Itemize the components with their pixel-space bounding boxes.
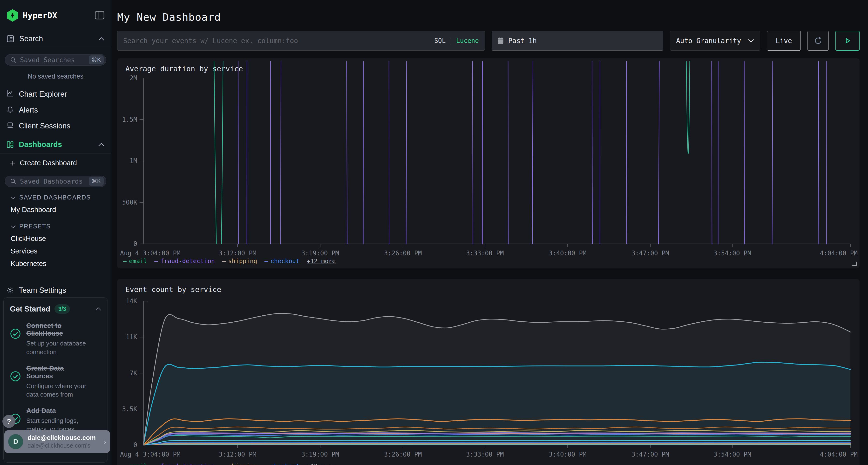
sidebar-item-my-dashboard[interactable]: My Dashboard (0, 203, 111, 216)
legend-item-checkout[interactable]: —checkout (265, 258, 300, 265)
legend-dash-icon: — (265, 463, 268, 465)
lucene-toggle[interactable]: Lucene (456, 37, 479, 44)
svg-text:14K: 14K (126, 298, 137, 305)
legend-label: email (129, 258, 147, 265)
sidebar-item-team-settings[interactable]: Team Settings (0, 283, 111, 297)
sidebar-collapse-icon[interactable] (95, 11, 104, 20)
granularity-value: Auto Granularity (676, 37, 741, 45)
sidebar-item-services[interactable]: Services (0, 245, 111, 257)
avatar: D (8, 434, 23, 449)
play-icon (844, 37, 851, 44)
saved-dashboards-group-label: SAVED DASHBOARDS (19, 194, 91, 201)
user-menu[interactable]: D dale@clickhouse.com dale@clickhouse.co… (4, 430, 110, 453)
legend-item-email[interactable]: —email (123, 258, 147, 265)
granularity-select[interactable]: Auto Granularity (670, 31, 760, 51)
saved-dashboards-group-header[interactable]: SAVED DASHBOARDS (0, 191, 111, 203)
sidebar-item-chart-explorer[interactable]: Chart Explorer (0, 87, 111, 102)
legend-dash-icon: — (154, 463, 158, 465)
chevron-up-icon (95, 307, 101, 311)
get-started-item-title: Connect to ClickHouse (26, 322, 87, 337)
get-started-item-subtitle: Configure where your data comes from (26, 382, 89, 399)
get-started-item-subtitle: Set up your database connection (26, 339, 89, 356)
legend-label: email (129, 463, 147, 465)
brand[interactable]: HyperDX (6, 9, 57, 22)
get-started-item-text: Create Data SourcesConfigure where your … (26, 365, 89, 399)
brand-row: HyperDX (0, 0, 111, 22)
svg-text:3:47:00 PM: 3:47:00 PM (631, 451, 669, 458)
panel-resize-handle[interactable] (852, 262, 857, 266)
saved-searches-input[interactable] (20, 56, 85, 64)
event-search-wrap: SQL | Lucene (117, 31, 485, 51)
legend-item-email[interactable]: —email (123, 463, 147, 465)
legend-dash-icon: — (222, 258, 226, 265)
event-search-input[interactable] (123, 37, 430, 45)
time-range-value: Past 1h (508, 37, 537, 45)
page-title: My New Dashboard (117, 11, 860, 23)
svg-text:1.5M: 1.5M (122, 116, 137, 123)
time-range-picker[interactable]: Past 1h (492, 31, 663, 51)
get-started-item[interactable]: Add DataStart sending logs, metrics, or … (10, 407, 101, 433)
event-count-chart[interactable]: 14K11K7K3.5K0Aug 4 3:04:00 PM3:12:00 PM3… (117, 279, 860, 465)
svg-text:3:33:00 PM: 3:33:00 PM (466, 451, 504, 458)
sidebar-item-clickhouse[interactable]: ClickHouse (0, 232, 111, 245)
get-started-header[interactable]: Get Started 3/3 (10, 304, 101, 314)
sidebar-item-client-sessions[interactable]: Client Sessions (0, 118, 111, 134)
legend-label: shipping (228, 258, 257, 265)
calendar-icon (497, 37, 504, 44)
sidebar-search-label: Search (19, 34, 43, 43)
legend-item-shipping[interactable]: —shipping (222, 258, 257, 265)
svg-text:0: 0 (133, 441, 137, 449)
sql-toggle[interactable]: SQL (434, 37, 445, 44)
saved-dashboards-input[interactable] (20, 177, 85, 185)
refresh-icon (813, 36, 823, 45)
legend-more[interactable]: +12 more (307, 258, 336, 265)
get-started-items: Connect to ClickHouseSet up your databas… (10, 322, 101, 433)
sidebar-item-kubernetes[interactable]: Kubernetes (0, 257, 111, 270)
dashboard-groups: SAVED DASHBOARDSMy DashboardPRESETSClick… (0, 187, 111, 270)
sidebar-item-dashboards[interactable]: Dashboards (0, 138, 111, 152)
chevron-down-icon (748, 39, 754, 43)
legend-dash-icon: — (222, 463, 226, 465)
presets-group-header[interactable]: PRESETS (0, 220, 111, 232)
sidebar-item-label: Alerts (19, 106, 38, 114)
get-started-item[interactable]: Create Data SourcesConfigure where your … (10, 365, 101, 399)
search-icon (10, 57, 17, 63)
plus-icon (10, 160, 16, 166)
chevron-down-icon (10, 223, 16, 230)
help-button[interactable]: ? (2, 415, 16, 428)
legend-item-shipping[interactable]: —shipping (222, 463, 257, 465)
team-settings-label: Team Settings (19, 286, 66, 295)
svg-text:3:33:00 PM: 3:33:00 PM (466, 250, 504, 257)
create-dashboard-button[interactable]: Create Dashboard (0, 157, 111, 169)
get-started-badge: 3/3 (55, 304, 70, 314)
main-content: My New Dashboard SQL | Lucene Past 1h Au… (112, 0, 868, 465)
svg-text:500K: 500K (122, 199, 137, 206)
saved-dashboards-input-wrap: ⌘K (5, 176, 106, 187)
avg-duration-chart[interactable]: 2M1.5M1M500K0Aug 4 3:04:00 PM3:12:00 PM3… (117, 58, 860, 268)
laptop-icon (6, 121, 14, 131)
legend-item-fraud-detection[interactable]: —fraud-detection (154, 258, 215, 265)
svg-text:3:19:00 PM: 3:19:00 PM (301, 451, 339, 458)
chart-panel-avg-duration: Average duration by service 2M1.5M1M500K… (117, 58, 860, 268)
sidebar-nav: Chart ExplorerAlertsClient Sessions (0, 80, 111, 134)
hyperdx-logo-icon (6, 9, 19, 22)
divider (0, 154, 111, 154)
live-button[interactable]: Live (767, 31, 801, 51)
svg-text:Aug 4 3:04:00 PM: Aug 4 3:04:00 PM (120, 451, 180, 458)
svg-text:1M: 1M (130, 157, 137, 165)
sidebar-item-label: Chart Explorer (19, 90, 67, 99)
svg-text:11K: 11K (126, 333, 137, 341)
sidebar-item-alerts[interactable]: Alerts (0, 102, 111, 118)
user-email: dale@clickhouse.com (28, 434, 99, 442)
get-started-item[interactable]: Connect to ClickHouseSet up your databas… (10, 322, 101, 356)
legend-label: fraud-detection (160, 463, 215, 465)
legend-dash-icon: — (154, 258, 158, 265)
sidebar-section-search[interactable]: Search (0, 32, 111, 46)
refresh-button[interactable] (807, 31, 829, 51)
legend-item-checkout[interactable]: —checkout (265, 463, 300, 465)
run-query-button[interactable] (835, 31, 860, 51)
chevron-right-icon: › (104, 437, 106, 446)
legend-more[interactable]: +12 more (307, 463, 336, 465)
legend-item-fraud-detection[interactable]: —fraud-detection (154, 463, 215, 465)
svg-text:3:54:00 PM: 3:54:00 PM (713, 451, 751, 458)
